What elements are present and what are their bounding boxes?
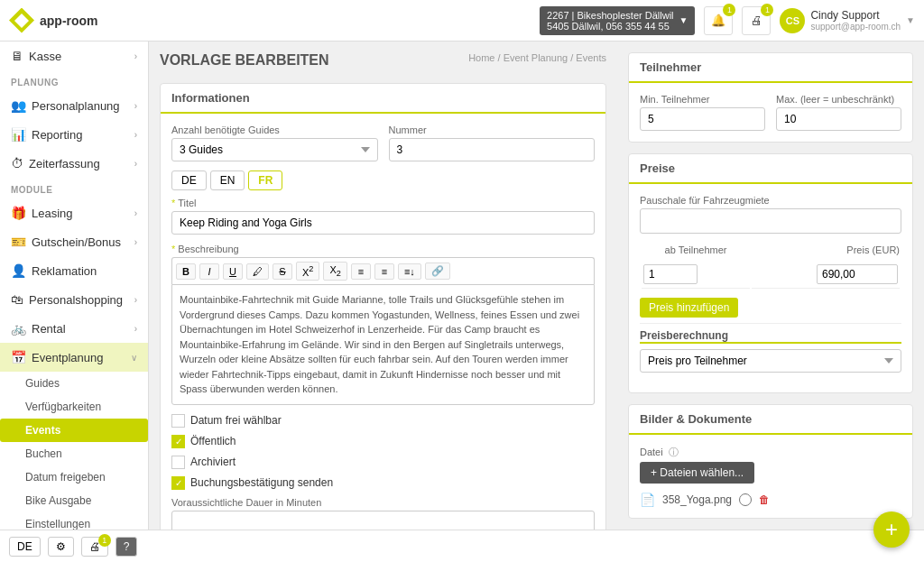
- preis-cell: [752, 261, 900, 289]
- user-chevron-icon: ▼: [906, 15, 915, 25]
- file-radio[interactable]: [739, 493, 752, 506]
- user-email: support@app-room.ch: [810, 22, 901, 32]
- user-menu[interactable]: CS Cindy Support support@app-room.ch ▼: [780, 8, 915, 33]
- settings-button[interactable]: ⚙: [48, 537, 74, 557]
- personalshopping-label: Personalshopping: [29, 293, 123, 307]
- sidebar-sub-events[interactable]: Events: [0, 419, 148, 442]
- bilder-card: Bilder & Dokumente Datei ⓘ + Dateien wäh…: [628, 404, 913, 519]
- choose-files-button[interactable]: + Dateien wählen...: [640, 462, 754, 484]
- rental-label: Rental: [32, 322, 66, 336]
- logo[interactable]: app-room: [9, 8, 98, 33]
- price-table: ab Teilnehmer Preis (EUR): [640, 243, 901, 290]
- sidebar-item-zeiterfassung[interactable]: ⏱ Zeiterfassung ›: [0, 149, 148, 178]
- guides-select[interactable]: 3 Guides: [171, 138, 378, 161]
- notification-badge: 1: [723, 4, 735, 16]
- preisberechnung-group: Preisberechnung Preis pro Teilnehmer Pau…: [640, 329, 901, 373]
- editor-area[interactable]: Mountainbike-Fahrtechnik mit Guide Maria…: [171, 284, 595, 405]
- preise-body: Pauschale für Fahrzeugmiete ab Teilnehme…: [629, 184, 912, 392]
- print-button[interactable]: 🖨 1: [742, 6, 771, 35]
- bottom-bar: DE ⚙ 🖨 1 ?: [0, 530, 924, 562]
- print-bottom-badge: 1: [98, 534, 111, 547]
- print-bottom-button[interactable]: 🖨 1: [81, 537, 108, 557]
- buchen-label: Buchen: [25, 447, 62, 460]
- nummer-input[interactable]: [389, 138, 596, 161]
- editor-strikethrough-btn[interactable]: S: [273, 263, 292, 280]
- main-layout: 🖥 Kasse › PLANUNG 👥 Personalplanung › 📊 …: [0, 41, 924, 530]
- beschreibung-label: Beschreibung: [171, 244, 595, 254]
- editor-marker-btn[interactable]: 🖊: [246, 263, 269, 280]
- notification-button[interactable]: 🔔 1: [704, 6, 733, 35]
- editor-underline-btn[interactable]: U: [223, 263, 243, 280]
- sidebar-item-rental[interactable]: 🚲 Rental ›: [0, 314, 148, 343]
- pauschale-input[interactable]: [640, 208, 901, 234]
- sidebar-item-reklamation[interactable]: 👤 Reklamation: [0, 256, 148, 285]
- sidebar-item-reporting[interactable]: 📊 Reporting ›: [0, 120, 148, 149]
- min-input[interactable]: [640, 107, 765, 131]
- user-info: Cindy Support support@app-room.ch: [810, 9, 901, 32]
- min-group: Min. Teilnehmer: [640, 94, 765, 131]
- lang-tabs: DE EN FR: [171, 170, 595, 190]
- ab-teilnehmer-col-header: ab Teilnehmer: [642, 244, 750, 259]
- sidebar-item-kasse[interactable]: 🖥 Kasse ›: [0, 41, 148, 70]
- editor-sup-btn[interactable]: X2: [296, 262, 319, 281]
- lang-tab-fr[interactable]: FR: [248, 170, 282, 190]
- file-icon: 📄: [640, 493, 655, 507]
- oeffentlich-checkbox[interactable]: [171, 435, 185, 448]
- info-card-header: Informationen: [161, 84, 605, 114]
- file-delete-button[interactable]: 🗑: [759, 493, 770, 506]
- sidebar-item-personalplanung[interactable]: 👥 Personalplanung ›: [0, 91, 148, 120]
- dauer-group: Voraussichtliche Dauer in Minuten: [171, 497, 595, 530]
- lang-tab-de[interactable]: DE: [171, 170, 207, 190]
- main-panel: VORLAGE BEARBEITEN Home / Event Planung …: [149, 41, 617, 530]
- datum-checkbox[interactable]: [171, 414, 185, 428]
- sidebar-item-eventplanung[interactable]: 📅 Eventplanung ∨: [0, 343, 148, 372]
- sidebar-sub-verfuegbarkeiten[interactable]: Verfügbarkeiten: [0, 395, 148, 419]
- teilnehmer-body: Min. Teilnehmer Max. (leer = unbeschränk…: [629, 83, 912, 142]
- sidebar-item-leasing[interactable]: 🎁 Leasing ›: [0, 198, 148, 227]
- personalshopping-chevron-icon: ›: [134, 295, 137, 305]
- verfuegbarkeiten-label: Verfügbarkeiten: [25, 401, 101, 413]
- reporting-label: Reporting: [32, 128, 82, 142]
- rental-icon: 🚲: [11, 321, 26, 336]
- sidebar-sub-bike-ausgabe[interactable]: Bike Ausgabe: [0, 489, 148, 512]
- editor-link-btn[interactable]: 🔗: [425, 263, 450, 280]
- guides-nummer-row: Anzahl benötigte Guides 3 Guides Nummer: [171, 124, 595, 170]
- ab-teilnehmer-input[interactable]: [643, 264, 698, 284]
- sidebar-item-gutschein[interactable]: 🎫 Gutschein/Bonus ›: [0, 227, 148, 256]
- sidebar-sub-guides[interactable]: Guides: [0, 372, 148, 395]
- dauer-input[interactable]: [171, 511, 595, 530]
- editor-bold-btn[interactable]: B: [176, 263, 196, 280]
- location-box[interactable]: 2267 | Bikeshoplester Dällwil 5405 Dällw…: [540, 6, 695, 35]
- sidebar-sub-buchen[interactable]: Buchen: [0, 442, 148, 465]
- sidebar-item-personalshopping[interactable]: 🛍 Personalshopping ›: [0, 285, 148, 314]
- editor-indent-btn[interactable]: ≡↓: [398, 263, 421, 280]
- personalshopping-icon: 🛍: [11, 292, 23, 307]
- max-input[interactable]: [776, 107, 901, 131]
- topbar-right: 2267 | Bikeshoplester Dällwil 5405 Dällw…: [540, 6, 915, 35]
- editor-list1-btn[interactable]: ≡: [351, 263, 371, 280]
- sidebar-sub-datum-freigeben[interactable]: Datum freigeben: [0, 465, 148, 489]
- kasse-icon: 🖥: [11, 49, 23, 63]
- fab-button[interactable]: +: [873, 511, 910, 548]
- buchungsbestaetigung-checkbox[interactable]: [171, 476, 185, 490]
- events-label: Events: [25, 424, 60, 437]
- gutschein-label: Gutschein/Bonus: [32, 235, 121, 249]
- title-input[interactable]: [171, 211, 595, 235]
- help-button[interactable]: ?: [116, 537, 138, 557]
- archiviert-checkbox[interactable]: [171, 456, 185, 469]
- editor-italic-btn[interactable]: I: [199, 263, 219, 280]
- sidebar-sub-einstellungen[interactable]: Einstellungen: [0, 512, 148, 530]
- pauschale-label: Pauschale für Fahrzeugmiete: [640, 195, 901, 206]
- lang-button[interactable]: DE: [9, 537, 41, 557]
- leasing-label: Leasing: [32, 207, 73, 220]
- preisberechnung-select[interactable]: Preis pro Teilnehmer Pauschalpreis: [640, 349, 901, 373]
- editor-list2-btn[interactable]: ≡: [374, 263, 394, 280]
- add-price-button[interactable]: Preis hinzufügen: [640, 298, 738, 318]
- preis-input[interactable]: [817, 264, 898, 284]
- location-chevron-icon: ▼: [679, 15, 688, 25]
- editor-sub-btn[interactable]: X2: [323, 262, 346, 281]
- eventplanung-icon: 📅: [11, 350, 26, 364]
- lang-tab-en[interactable]: EN: [210, 170, 245, 190]
- personalplanung-icon: 👥: [11, 98, 26, 113]
- settings-icon: ⚙: [56, 540, 66, 553]
